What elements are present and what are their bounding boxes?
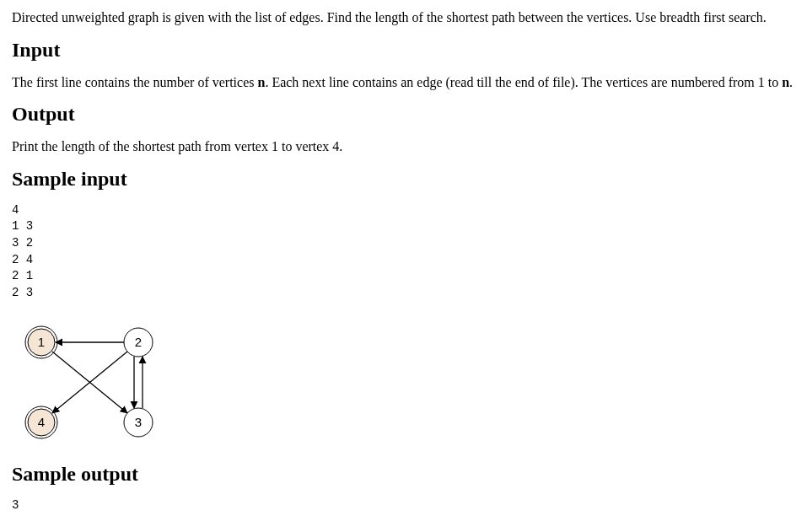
input-text-middle: . Each next line contains an edge (read … [265, 75, 782, 89]
graph-node-3: 3 [124, 408, 153, 437]
sample-output-block: 3 [12, 497, 795, 514]
graph-diagram: 1 2 3 4 [12, 313, 795, 451]
input-text-prefix: The first line contains the number of ve… [12, 75, 257, 89]
input-text-suffix: . [789, 75, 793, 89]
sample-input-heading: Sample input [12, 168, 795, 191]
problem-description: Directed unweighted graph is given with … [12, 8, 795, 27]
graph-node-3-label: 3 [135, 415, 142, 429]
graph-node-4-label: 4 [38, 415, 45, 429]
graph-node-1: 1 [25, 326, 57, 358]
sample-input-block: 4 1 3 3 2 2 4 2 1 2 3 [12, 202, 795, 302]
sample-output-heading: Sample output [12, 463, 795, 486]
graph-node-2-label: 2 [135, 335, 142, 349]
graph-node-2: 2 [124, 328, 153, 357]
output-heading: Output [12, 103, 795, 126]
graph-node-4: 4 [25, 406, 57, 438]
input-n-2: n [782, 75, 789, 89]
graph-node-1-label: 1 [38, 335, 45, 349]
input-description: The first line contains the number of ve… [12, 73, 795, 92]
output-description: Print the length of the shortest path fr… [12, 137, 795, 156]
input-heading: Input [12, 39, 795, 62]
